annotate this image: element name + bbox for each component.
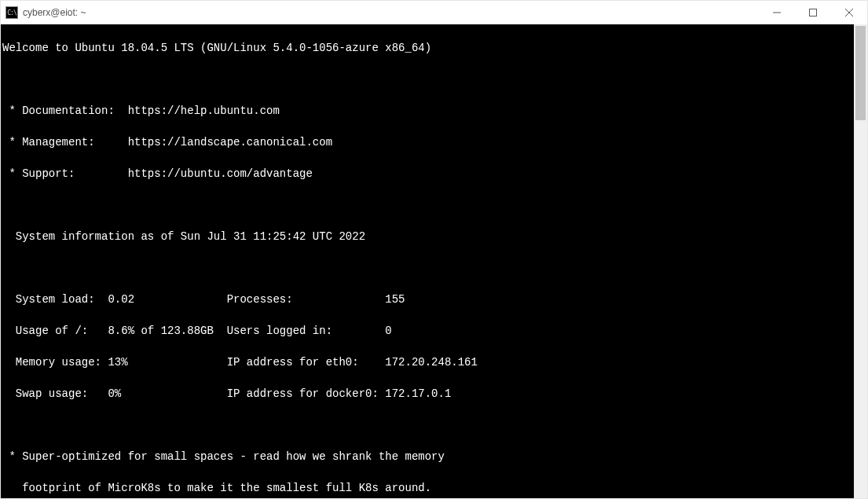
maximize-icon bbox=[809, 9, 817, 17]
window-frame: C:\ cyberx@eiot: ~ Welcome to Ubuntu 18.… bbox=[0, 0, 868, 499]
close-icon bbox=[845, 9, 853, 17]
minimize-icon bbox=[773, 9, 781, 17]
sysinfo-header: System information as of Sun Jul 31 11:2… bbox=[2, 229, 852, 244]
sysinfo-row: System load: 0.02 Processes: 155 bbox=[2, 292, 852, 307]
blank-line bbox=[2, 260, 852, 276]
motd-welcome: Welcome to Ubuntu 18.04.5 LTS (GNU/Linux… bbox=[2, 40, 852, 56]
blank-line bbox=[2, 72, 852, 87]
terminal-app-icon: C:\ bbox=[5, 6, 18, 19]
sysinfo-row: Swap usage: 0% IP address for docker0: 1… bbox=[2, 386, 852, 402]
minimize-button[interactable] bbox=[759, 1, 795, 24]
title-bar[interactable]: C:\ cyberx@eiot: ~ bbox=[1, 1, 867, 24]
vertical-scrollbar[interactable] bbox=[854, 24, 867, 498]
scrollbar-thumb[interactable] bbox=[855, 26, 866, 120]
client-area: Welcome to Ubuntu 18.04.5 LTS (GNU/Linux… bbox=[1, 24, 867, 498]
sysinfo-row: Usage of /: 8.6% of 123.88GB Users logge… bbox=[2, 323, 852, 339]
motd-doc: * Documentation: https://help.ubuntu.com bbox=[2, 103, 852, 119]
blank-line bbox=[2, 197, 852, 213]
terminal-output[interactable]: Welcome to Ubuntu 18.04.5 LTS (GNU/Linux… bbox=[1, 24, 854, 498]
window-title: cyberx@eiot: ~ bbox=[23, 7, 86, 18]
motd-mgmt: * Management: https://landscape.canonica… bbox=[2, 134, 852, 150]
close-button[interactable] bbox=[831, 1, 867, 24]
blank-line bbox=[2, 417, 852, 433]
motd-microk8s: footprint of MicroK8s to make it the sma… bbox=[2, 480, 852, 496]
maximize-button[interactable] bbox=[795, 1, 831, 24]
motd-microk8s: * Super-optimized for small spaces - rea… bbox=[2, 449, 852, 464]
motd-support: * Support: https://ubuntu.com/advantage bbox=[2, 166, 852, 182]
svg-rect-1 bbox=[810, 9, 817, 17]
sysinfo-row: Memory usage: 13% IP address for eth0: 1… bbox=[2, 354, 852, 370]
window-controls bbox=[759, 1, 867, 24]
